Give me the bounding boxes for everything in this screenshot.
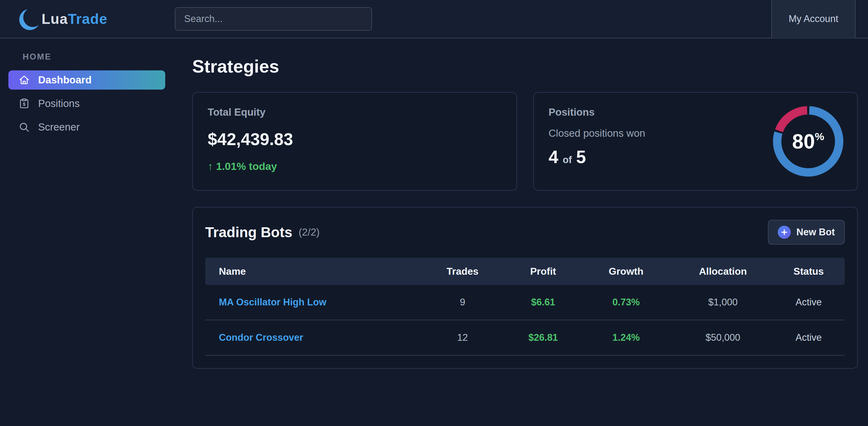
table-row[interactable]: MA Oscillator High Low 9 $6.61 0.73% $1,… xyxy=(205,285,845,320)
bot-allocation: $50,000 xyxy=(673,332,773,343)
column-header-growth: Growth xyxy=(579,266,673,277)
home-icon xyxy=(19,74,30,86)
column-header-allocation: Allocation xyxy=(673,266,773,277)
search-icon xyxy=(19,122,30,133)
table-header-row: Name Trades Profit Growth Allocation Sta… xyxy=(205,257,845,285)
sidebar-item-label: Dashboard xyxy=(38,74,91,86)
win-rate-donut-chart: 80 % xyxy=(773,106,843,177)
topbar: LuaTrade My Account xyxy=(0,0,868,38)
equity-change: ↑ 1.01% today xyxy=(208,160,502,172)
svg-text:$: $ xyxy=(23,101,26,106)
donut-center-label: 80 % xyxy=(773,106,843,177)
bots-count: (2/2) xyxy=(299,226,320,238)
my-account-button[interactable]: My Account xyxy=(771,0,856,38)
bot-profit: $6.61 xyxy=(507,297,579,308)
column-header-profit: Profit xyxy=(507,266,579,277)
sidebar-item-positions[interactable]: $ Positions xyxy=(8,94,165,113)
bot-profit: $26.81 xyxy=(507,332,579,343)
bot-name-link[interactable]: MA Oscillator High Low xyxy=(205,297,417,308)
bot-status: Active xyxy=(773,297,845,308)
bot-trades: 9 xyxy=(417,297,507,308)
logo-crescent-icon xyxy=(15,3,46,34)
new-bot-button[interactable]: New Bot xyxy=(768,220,845,245)
logo: LuaTrade xyxy=(0,3,175,34)
bot-growth: 0.73% xyxy=(579,297,673,308)
positions-of-label: of xyxy=(563,154,571,165)
bot-growth: 1.24% xyxy=(579,332,673,343)
table-row[interactable]: Condor Crossover 12 $26.81 1.24% $50,000… xyxy=(205,320,845,356)
equity-card-label: Total Equity xyxy=(208,106,502,118)
bot-trades: 12 xyxy=(417,332,507,343)
equity-value: $42,439.83 xyxy=(208,129,502,149)
column-header-status: Status xyxy=(773,266,845,277)
equity-change-text: 1.01% today xyxy=(216,160,277,172)
logo-part1: Lua xyxy=(41,11,68,27)
sidebar: HOME Dashboard $ xyxy=(0,38,174,369)
page-title: Strategies xyxy=(192,56,858,77)
positions-total-count: 5 xyxy=(576,147,586,167)
positions-card: Positions Closed positions won 4 of 5 80… xyxy=(533,92,858,191)
sidebar-item-screener[interactable]: Screener xyxy=(8,118,165,137)
bots-table: Name Trades Profit Growth Allocation Sta… xyxy=(205,257,845,356)
trading-bots-card: Trading Bots (2/2) New Bot Name Trades xyxy=(192,207,858,369)
plus-icon xyxy=(778,226,791,239)
donut-percent-unit: % xyxy=(815,130,824,143)
clipboard-dollar-icon: $ xyxy=(19,98,30,109)
donut-percent-value: 80 xyxy=(792,130,815,153)
column-header-name: Name xyxy=(205,266,417,277)
up-arrow-icon: ↑ xyxy=(208,160,213,172)
my-account-label: My Account xyxy=(788,13,838,25)
column-header-trades: Trades xyxy=(417,266,507,277)
bot-status: Active xyxy=(773,332,845,343)
total-equity-card: Total Equity $42,439.83 ↑ 1.01% today xyxy=(192,92,517,191)
new-bot-label: New Bot xyxy=(796,226,835,238)
bots-title: Trading Bots xyxy=(205,224,292,241)
sidebar-section-label: HOME xyxy=(23,52,174,62)
main-content: Strategies Total Equity $42,439.83 ↑ 1.0… xyxy=(174,38,868,369)
sidebar-item-label: Positions xyxy=(38,98,80,110)
positions-won-count: 4 xyxy=(549,147,559,167)
logo-part2: Trade xyxy=(68,11,107,27)
bot-allocation: $1,000 xyxy=(673,297,773,308)
bot-name-link[interactable]: Condor Crossover xyxy=(205,332,417,343)
search-input[interactable] xyxy=(175,7,372,31)
sidebar-item-dashboard[interactable]: Dashboard xyxy=(8,70,165,90)
sidebar-item-label: Screener xyxy=(38,121,80,133)
logo-text: LuaTrade xyxy=(41,10,107,27)
